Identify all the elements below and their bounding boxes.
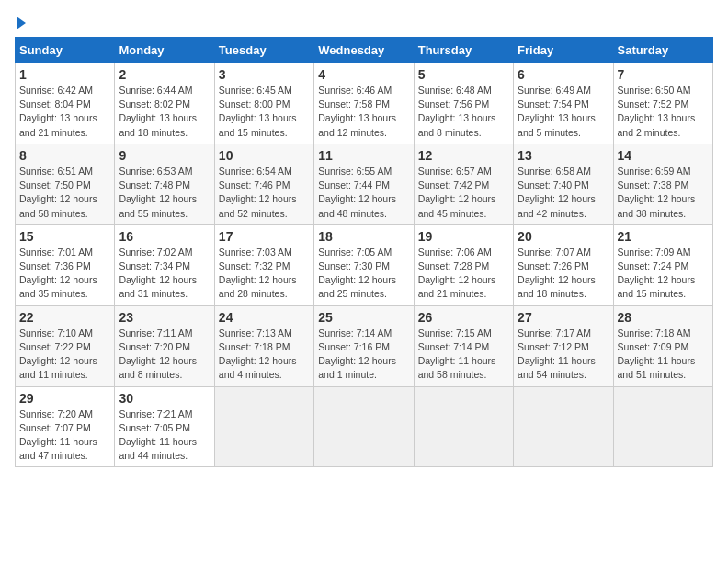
day-cell: 27Sunrise: 7:17 AM Sunset: 7:12 PM Dayli…: [514, 305, 613, 386]
day-detail: Sunrise: 7:20 AM Sunset: 7:07 PM Dayligh…: [19, 408, 110, 464]
day-detail: Sunrise: 7:18 AM Sunset: 7:09 PM Dayligh…: [618, 327, 709, 383]
day-cell: 5Sunrise: 6:48 AM Sunset: 7:56 PM Daylig…: [414, 63, 513, 144]
day-cell: 1Sunrise: 6:42 AM Sunset: 8:04 PM Daylig…: [16, 63, 115, 144]
week-row-2: 8Sunrise: 6:51 AM Sunset: 7:50 PM Daylig…: [16, 144, 713, 224]
day-detail: Sunrise: 7:05 AM Sunset: 7:30 PM Dayligh…: [318, 246, 409, 302]
day-detail: Sunrise: 7:14 AM Sunset: 7:16 PM Dayligh…: [318, 327, 409, 383]
day-number: 15: [19, 229, 110, 244]
day-number: 9: [119, 148, 210, 163]
day-number: 14: [618, 148, 709, 163]
week-row-5: 29Sunrise: 7:20 AM Sunset: 7:07 PM Dayli…: [16, 386, 713, 467]
day-number: 2: [119, 67, 210, 82]
day-cell: 4Sunrise: 6:46 AM Sunset: 7:58 PM Daylig…: [314, 63, 414, 144]
day-detail: Sunrise: 7:10 AM Sunset: 7:22 PM Dayligh…: [19, 327, 110, 383]
column-header-thursday: Thursday: [414, 38, 513, 63]
day-cell: 25Sunrise: 7:14 AM Sunset: 7:16 PM Dayli…: [314, 305, 414, 386]
header-row: SundayMondayTuesdayWednesdayThursdayFrid…: [16, 38, 713, 63]
day-number: 1: [19, 67, 110, 82]
day-cell: [314, 386, 414, 467]
day-cell: 18Sunrise: 7:05 AM Sunset: 7:30 PM Dayli…: [314, 224, 414, 305]
day-detail: Sunrise: 6:57 AM Sunset: 7:42 PM Dayligh…: [418, 165, 509, 221]
day-number: 27: [518, 310, 609, 325]
day-cell: 7Sunrise: 6:50 AM Sunset: 7:52 PM Daylig…: [613, 63, 712, 144]
day-detail: Sunrise: 7:11 AM Sunset: 7:20 PM Dayligh…: [119, 327, 210, 383]
day-number: 8: [19, 148, 110, 163]
day-cell: 10Sunrise: 6:54 AM Sunset: 7:46 PM Dayli…: [214, 144, 313, 224]
day-detail: Sunrise: 6:50 AM Sunset: 7:52 PM Dayligh…: [618, 84, 709, 140]
day-cell: 17Sunrise: 7:03 AM Sunset: 7:32 PM Dayli…: [214, 224, 313, 305]
day-detail: Sunrise: 7:21 AM Sunset: 7:05 PM Dayligh…: [119, 408, 210, 464]
day-number: 26: [418, 310, 509, 325]
day-number: 17: [219, 229, 310, 244]
day-cell: 9Sunrise: 6:53 AM Sunset: 7:48 PM Daylig…: [115, 144, 214, 224]
day-cell: 12Sunrise: 6:57 AM Sunset: 7:42 PM Dayli…: [414, 144, 513, 224]
day-number: 4: [318, 67, 409, 82]
day-cell: 19Sunrise: 7:06 AM Sunset: 7:28 PM Dayli…: [414, 224, 513, 305]
day-number: 13: [518, 148, 609, 163]
column-header-sunday: Sunday: [16, 38, 115, 63]
column-header-friday: Friday: [514, 38, 613, 63]
day-cell: 15Sunrise: 7:01 AM Sunset: 7:36 PM Dayli…: [16, 224, 115, 305]
day-cell: 6Sunrise: 6:49 AM Sunset: 7:54 PM Daylig…: [514, 63, 613, 144]
day-number: 25: [318, 310, 409, 325]
week-row-1: 1Sunrise: 6:42 AM Sunset: 8:04 PM Daylig…: [16, 63, 713, 144]
day-detail: Sunrise: 6:54 AM Sunset: 7:46 PM Dayligh…: [219, 165, 310, 221]
day-number: 11: [318, 148, 409, 163]
logo-arrow-icon: [17, 17, 26, 29]
day-cell: 20Sunrise: 7:07 AM Sunset: 7:26 PM Dayli…: [514, 224, 613, 305]
day-detail: Sunrise: 7:13 AM Sunset: 7:18 PM Dayligh…: [219, 327, 310, 383]
day-detail: Sunrise: 6:51 AM Sunset: 7:50 PM Dayligh…: [19, 165, 110, 221]
day-cell: [414, 386, 513, 467]
day-number: 5: [418, 67, 509, 82]
day-cell: 30Sunrise: 7:21 AM Sunset: 7:05 PM Dayli…: [115, 386, 214, 467]
day-detail: Sunrise: 6:59 AM Sunset: 7:38 PM Dayligh…: [618, 165, 709, 221]
day-number: 16: [119, 229, 210, 244]
day-number: 30: [119, 391, 210, 406]
day-number: 3: [219, 67, 310, 82]
day-cell: 11Sunrise: 6:55 AM Sunset: 7:44 PM Dayli…: [314, 144, 414, 224]
day-cell: 3Sunrise: 6:45 AM Sunset: 8:00 PM Daylig…: [214, 63, 313, 144]
day-number: 6: [518, 67, 609, 82]
day-cell: 16Sunrise: 7:02 AM Sunset: 7:34 PM Dayli…: [115, 224, 214, 305]
day-detail: Sunrise: 7:02 AM Sunset: 7:34 PM Dayligh…: [119, 246, 210, 302]
day-detail: Sunrise: 7:09 AM Sunset: 7:24 PM Dayligh…: [618, 246, 709, 302]
day-cell: 14Sunrise: 6:59 AM Sunset: 7:38 PM Dayli…: [613, 144, 712, 224]
day-number: 12: [418, 148, 509, 163]
day-cell: 22Sunrise: 7:10 AM Sunset: 7:22 PM Dayli…: [16, 305, 115, 386]
day-number: 19: [418, 229, 509, 244]
column-header-monday: Monday: [115, 38, 214, 63]
day-number: 18: [318, 229, 409, 244]
day-cell: 13Sunrise: 6:58 AM Sunset: 7:40 PM Dayli…: [514, 144, 613, 224]
day-detail: Sunrise: 7:17 AM Sunset: 7:12 PM Dayligh…: [518, 327, 609, 383]
day-cell: 24Sunrise: 7:13 AM Sunset: 7:18 PM Dayli…: [214, 305, 313, 386]
day-detail: Sunrise: 6:49 AM Sunset: 7:54 PM Dayligh…: [518, 84, 609, 140]
day-number: 10: [219, 148, 310, 163]
day-detail: Sunrise: 6:46 AM Sunset: 7:58 PM Dayligh…: [318, 84, 409, 140]
day-number: 21: [618, 229, 709, 244]
day-cell: 28Sunrise: 7:18 AM Sunset: 7:09 PM Dayli…: [613, 305, 712, 386]
day-detail: Sunrise: 6:58 AM Sunset: 7:40 PM Dayligh…: [518, 165, 609, 221]
week-row-4: 22Sunrise: 7:10 AM Sunset: 7:22 PM Dayli…: [16, 305, 713, 386]
day-detail: Sunrise: 6:44 AM Sunset: 8:02 PM Dayligh…: [119, 84, 210, 140]
day-cell: 8Sunrise: 6:51 AM Sunset: 7:50 PM Daylig…: [16, 144, 115, 224]
day-cell: [214, 386, 313, 467]
column-header-saturday: Saturday: [613, 38, 712, 63]
day-detail: Sunrise: 7:15 AM Sunset: 7:14 PM Dayligh…: [418, 327, 509, 383]
day-detail: Sunrise: 7:07 AM Sunset: 7:26 PM Dayligh…: [518, 246, 609, 302]
day-number: 20: [518, 229, 609, 244]
day-cell: [613, 386, 712, 467]
calendar-header: SundayMondayTuesdayWednesdayThursdayFrid…: [16, 38, 713, 63]
day-detail: Sunrise: 6:48 AM Sunset: 7:56 PM Dayligh…: [418, 84, 509, 140]
day-number: 22: [19, 310, 110, 325]
column-header-wednesday: Wednesday: [314, 38, 414, 63]
logo: [15, 15, 26, 29]
calendar-table: SundayMondayTuesdayWednesdayThursdayFrid…: [15, 37, 713, 467]
day-cell: 23Sunrise: 7:11 AM Sunset: 7:20 PM Dayli…: [115, 305, 214, 386]
day-cell: [514, 386, 613, 467]
week-row-3: 15Sunrise: 7:01 AM Sunset: 7:36 PM Dayli…: [16, 224, 713, 305]
day-number: 23: [119, 310, 210, 325]
day-number: 7: [618, 67, 709, 82]
day-detail: Sunrise: 6:42 AM Sunset: 8:04 PM Dayligh…: [19, 84, 110, 140]
column-header-tuesday: Tuesday: [214, 38, 313, 63]
day-number: 24: [219, 310, 310, 325]
